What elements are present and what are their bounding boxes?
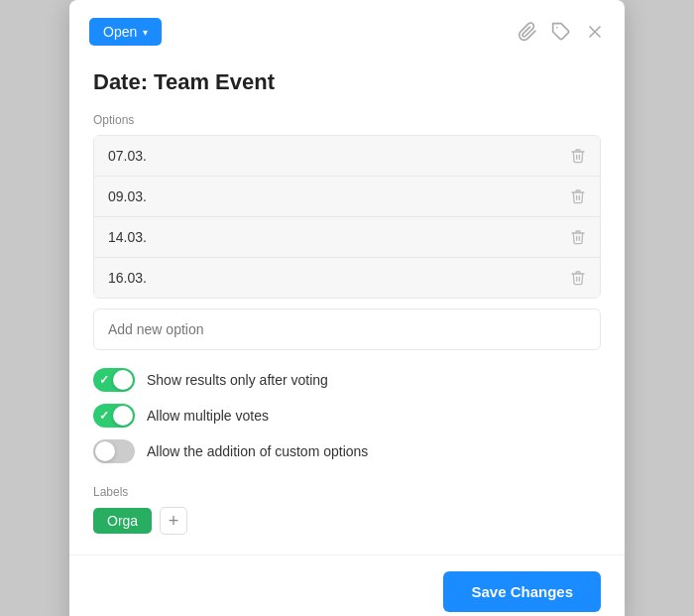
- allow-multiple-label: Allow multiple votes: [147, 408, 269, 424]
- open-button[interactable]: Open ▾: [89, 18, 162, 46]
- page-title: Date: Team Event: [93, 69, 601, 95]
- table-row: 07.03.: [94, 136, 600, 177]
- modal-footer: Save Changes: [69, 554, 625, 616]
- tag-icon[interactable]: [551, 22, 571, 42]
- option-value-3: 14.03.: [108, 229, 570, 245]
- allow-custom-label: Allow the addition of custom options: [147, 443, 368, 459]
- add-label-button[interactable]: +: [160, 507, 187, 535]
- option-value-2: 09.03.: [108, 188, 570, 204]
- labels-label: Labels: [93, 485, 601, 499]
- open-label: Open: [103, 24, 137, 40]
- options-label: Options: [93, 113, 601, 127]
- header-actions: [518, 22, 605, 42]
- toggle-row-show-results: ✓ Show results only after voting: [93, 368, 601, 392]
- delete-option-1-icon[interactable]: [570, 148, 586, 164]
- toggle-row-allow-custom: ✓ Allow the addition of custom options: [93, 439, 601, 463]
- caret-icon: ▾: [143, 27, 148, 38]
- save-button[interactable]: Save Changes: [443, 571, 601, 612]
- modal-header: Open ▾: [69, 0, 625, 56]
- modal-dialog: Open ▾ Date: Team: [69, 0, 625, 616]
- allow-custom-toggle[interactable]: ✓: [93, 439, 135, 463]
- toggle-row-allow-multiple: ✓ Allow multiple votes: [93, 404, 601, 428]
- check-icon: ✓: [99, 373, 109, 387]
- label-badge-orga[interactable]: Orga: [93, 508, 152, 534]
- table-row: 14.03.: [94, 217, 600, 258]
- table-row: 16.03.: [94, 258, 600, 298]
- modal-body: Date: Team Event Options 07.03. 09.03.: [69, 56, 625, 554]
- delete-option-4-icon[interactable]: [570, 270, 586, 286]
- close-icon[interactable]: [585, 22, 605, 42]
- options-list: 07.03. 09.03.: [93, 135, 601, 299]
- plus-icon: +: [169, 511, 179, 532]
- show-results-toggle[interactable]: ✓: [93, 368, 135, 392]
- delete-option-2-icon[interactable]: [570, 188, 586, 204]
- check-icon-2: ✓: [99, 409, 109, 423]
- option-value-4: 16.03.: [108, 270, 570, 286]
- delete-option-3-icon[interactable]: [570, 229, 586, 245]
- table-row: 09.03.: [94, 177, 600, 217]
- add-option-input[interactable]: [93, 308, 601, 350]
- labels-row: Orga +: [93, 507, 601, 535]
- show-results-label: Show results only after voting: [147, 372, 328, 388]
- labels-section: Labels Orga +: [93, 485, 601, 535]
- attachment-icon[interactable]: [518, 22, 537, 42]
- option-value-1: 07.03.: [108, 148, 570, 164]
- allow-multiple-toggle[interactable]: ✓: [93, 404, 135, 428]
